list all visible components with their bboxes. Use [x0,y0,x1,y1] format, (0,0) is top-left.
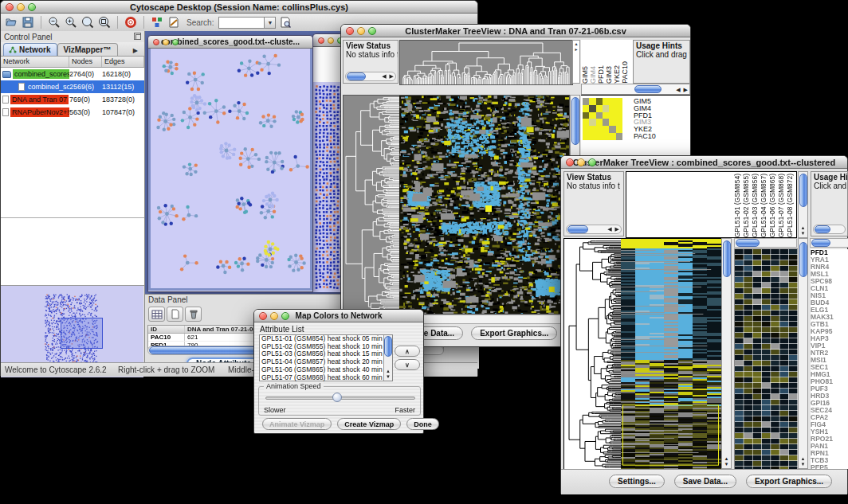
minimize-icon[interactable] [270,312,278,320]
zoom-window-icon[interactable] [281,312,289,320]
tv1-column-label[interactable]: PFD1 [597,65,605,84]
tv1-gene-label[interactable]: PAC10 [634,133,688,140]
close-icon[interactable] [6,3,14,11]
tv2-column-label[interactable]: GPL51-02 (GSM855) [742,174,751,237]
col-network[interactable]: Network [1,57,69,67]
matrix-cell[interactable] [616,126,622,133]
delete-attribute-icon[interactable] [185,307,202,322]
main-titlebar[interactable]: Cytoscape Desktop (Session Name: collins… [1,1,477,14]
tv2-column-label[interactable]: GPL51-01 (GSM854) [733,174,742,237]
network-view-window[interactable]: combined_scores_good.txt--cluste... [147,35,313,292]
matrix-cell[interactable] [616,98,622,105]
attribute-list-item[interactable]: GPL51-07 (GSM868) heat shock 60 min [260,374,383,382]
close-icon[interactable] [566,158,574,166]
matrix-cell[interactable] [603,119,609,126]
tv1-status-scrollbar[interactable]: ◀ ▶ [345,72,396,81]
tv2-genelist-hscrollbar[interactable] [810,238,848,248]
scroll-arrows-icon[interactable]: ▲▼ [384,369,392,380]
tv2-detail-heatmap[interactable] [734,248,799,470]
matrix-cell[interactable] [609,126,615,133]
matrix-cell[interactable] [596,126,603,133]
matrix-cell[interactable] [596,112,603,119]
matrix-cell[interactable] [609,105,615,112]
network-table-row[interactable]: DNA and Tran 07 769(0) 183728(0) [1,93,144,106]
scroll-arrows-icon[interactable]: ▲▼ [722,456,731,467]
vizmap-icon[interactable] [150,15,164,29]
matrix-cell[interactable] [616,133,622,140]
search-combobox[interactable]: ▼ [218,17,276,29]
matrix-cell[interactable] [616,119,622,126]
tv1-heatmap[interactable] [399,95,570,315]
new-attribute-icon[interactable] [167,307,183,322]
tv1-similarity-matrix[interactable] [583,98,622,140]
scroll-arrows-icon[interactable]: ◀ ▶ [676,87,689,93]
dialog-action-button[interactable]: Done [406,418,439,430]
matrix-cell[interactable] [583,119,589,126]
matrix-cell[interactable] [583,133,589,140]
matrix-cell[interactable] [616,112,622,119]
annotation-icon[interactable] [167,15,181,29]
speed-slider-thumb[interactable] [332,393,342,402]
attr-col-id[interactable]: ID [148,326,185,333]
window-controls[interactable] [6,3,36,11]
matrix-cell[interactable] [616,105,622,112]
scroll-arrows-icon[interactable]: ▲▼ [799,225,807,236]
matrix-cell[interactable] [589,133,595,140]
matrix-cell[interactable] [603,112,609,119]
tv1-column-label[interactable]: GIM3 [605,66,613,84]
network-graph-view[interactable] [151,49,310,288]
tv2-heatmap-vscrollbar[interactable]: ▲▼ [721,238,732,469]
zoom-fit-icon[interactable] [97,15,112,29]
tv2-column-label[interactable]: GPL51-03 (GSM856) [751,174,760,237]
matrix-cell[interactable] [583,112,589,119]
close-icon[interactable] [346,27,354,35]
tv2-column-label[interactable]: GPL51-06 (GSM865) [768,174,777,237]
open-folder-icon[interactable] [4,15,18,29]
scroll-arrows-icon[interactable]: ▲▼ [799,456,807,467]
move-up-button[interactable]: ∧ [395,346,420,357]
tab-overflow-icon[interactable]: ▶ [129,45,142,56]
treeview2-titlebar[interactable]: ClusterMaker TreeView : combined_scores_… [561,156,847,169]
matrix-cell[interactable] [609,98,615,105]
matrix-cell[interactable] [596,98,603,105]
minimize-icon[interactable] [577,158,585,166]
move-down-button[interactable]: ∨ [395,359,420,370]
matrix-cell[interactable] [583,98,589,105]
zoom-window-icon[interactable] [588,158,596,166]
matrix-cell[interactable] [603,105,609,112]
matrix-cell[interactable] [603,98,609,105]
close-icon[interactable] [259,312,267,320]
close-icon[interactable] [153,39,159,45]
matrix-cell[interactable] [583,105,589,112]
network-window-titlebar[interactable]: combined_scores_good.txt--cluste... [148,36,312,49]
tv2-global-heatmap[interactable] [621,238,722,471]
attribute-select-icon[interactable] [148,307,165,322]
save-icon[interactable] [21,15,35,29]
tv2-action-button[interactable]: Settings... [609,475,665,488]
help-icon[interactable] [124,15,138,29]
chevron-down-icon[interactable]: ▼ [265,17,276,29]
network-table-row[interactable]: RNAPuberNov2+! 563(0) 107847(0) [1,106,144,119]
minimize-icon[interactable] [357,27,365,35]
tv2-detail-vscrollbar[interactable]: ▲▼ [798,238,808,469]
tv1-hscrollbar[interactable] [399,315,570,324]
tv2-column-label[interactable]: GPL51-07 (GSM868) [777,174,786,237]
treeview1-titlebar[interactable]: ClusterMaker TreeView : DNA and Tran 07-… [341,25,690,37]
matrix-cell[interactable] [583,126,589,133]
attribute-browser-icon[interactable] [278,15,292,29]
matrix-cell[interactable] [589,98,595,105]
dialog-action-button[interactable]: Create Vizmap [337,418,401,430]
tv1-column-label[interactable]: YKE2 [613,65,621,84]
zoom-window-icon[interactable] [28,3,36,11]
matrix-cell[interactable] [589,105,595,112]
tv2-row-dendrogram[interactable] [563,238,622,471]
matrix-cell[interactable] [589,119,595,126]
tv2-action-button[interactable]: Save Data... [674,475,736,488]
tv1-matrix-hscrollbar[interactable]: ◀ ▶ [581,84,690,95]
matrix-cell[interactable] [589,112,595,119]
scroll-arrows-icon[interactable]: ◀ ▶ [382,73,395,80]
zoom-selected-icon[interactable] [80,15,95,29]
tv1-column-label[interactable]: GIM5 [581,66,589,84]
tv2-column-label[interactable]: GPL51-04 (GSM857) [760,174,768,237]
attribute-listbox[interactable]: GPL51-01 (GSM854) heat shock 05 minGPL51… [259,334,393,381]
